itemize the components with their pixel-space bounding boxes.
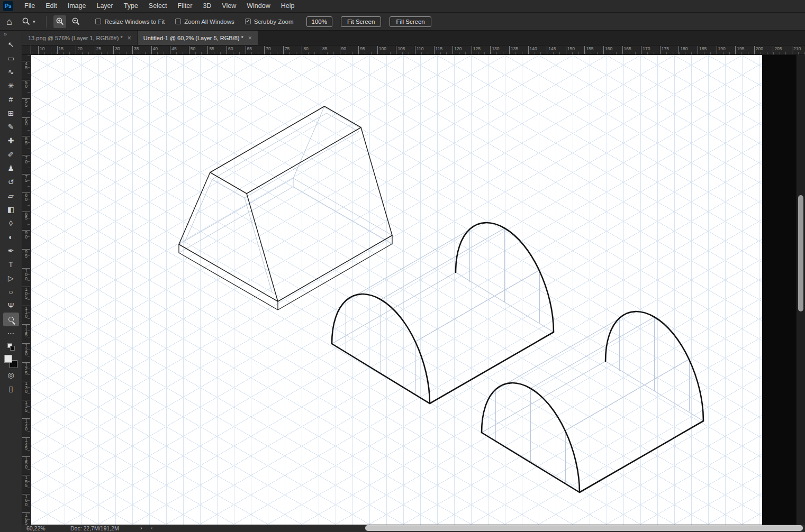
zoom-out-icon [71,17,80,26]
status-zoom-field[interactable]: 60,22% [26,525,46,531]
blur-tool[interactable]: ◊ [3,216,19,230]
menu-filter[interactable]: Filter [173,0,198,13]
horizontal-ruler[interactable]: 1015202530354045505560657075808590951001… [22,45,805,55]
current-tool-dropdown[interactable]: ▾ [19,16,38,27]
document-canvas[interactable] [31,55,762,525]
crop-icon: # [9,96,13,103]
frame-tool[interactable]: ⊞ [3,106,19,120]
fit-screen-button[interactable]: Fit Screen [341,16,381,27]
document-tab-1[interactable]: 13.png @ 576% (Layer 1, RGB/8#) *× [22,31,138,45]
v-ruler-label: 6 0 [22,117,30,126]
status-bar: 60,22% Doc: 22,7M/191,2M › ‹ [22,525,805,532]
h-ruler-label: 110 [415,46,424,54]
toolbar-collapse-chevron[interactable]: » [0,31,7,38]
menu-edit[interactable]: Edit [40,0,62,13]
crop-tool[interactable]: # [3,93,19,106]
menu-view[interactable]: View [216,0,241,13]
move-tool[interactable]: ↖ [3,38,19,51]
v-ruler-label: 9 5 [22,249,30,258]
frame-icon: ⊞ [8,109,14,117]
zoom-in-icon [56,17,65,26]
menu-image[interactable]: Image [62,0,92,13]
ruler-origin-box[interactable] [22,45,31,54]
menu-window[interactable]: Window [241,0,275,13]
gradient-tool[interactable]: ◧ [3,203,19,216]
menu-layer[interactable]: Layer [91,0,118,13]
spot-healing-brush-icon: ✚ [8,137,14,144]
zoom-level-field[interactable]: 100% [306,16,332,27]
spot-healing-brush-tool[interactable]: ✚ [3,134,19,148]
path-selection-tool[interactable]: ▷ [3,271,19,285]
h-ruler-label: 175 [660,46,669,54]
history-brush-tool[interactable]: ↺ [3,175,19,189]
menu-3d[interactable]: 3D [197,0,216,13]
home-icon[interactable]: ⌂ [6,17,12,26]
vertical-ruler[interactable]: 4 55 05 56 06 57 07 58 08 59 09 51 0 01 … [22,55,31,525]
h-ruler-label: 210 [792,46,801,54]
dodge-icon: ◐ [8,233,13,241]
checkbox-label: Resize Windows to Fit [104,19,165,25]
ellipse-tool[interactable]: ○ [3,285,19,299]
h-ruler-label: 35 [132,46,139,54]
eraser-tool[interactable]: ▱ [3,189,19,203]
pen-tool[interactable]: ✒ [3,244,19,258]
menu-file[interactable]: File [19,0,40,13]
horizontal-scrollbar-thumb[interactable] [365,525,803,531]
vertical-scrollbar-thumb[interactable] [798,195,803,311]
vertical-scrollbar[interactable] [796,55,805,525]
h-ruler-label: 80 [302,46,308,54]
v-ruler-label: 1 6 0 [22,494,30,507]
zoom-out-button[interactable] [69,15,82,28]
lasso-tool[interactable]: ∿ [3,65,19,79]
menu-type[interactable]: Type [119,0,143,13]
zoom-tool[interactable] [3,313,19,326]
document-tab-2[interactable]: Untitled-1 @ 60,2% (Layer 5, RGB/8) *× [138,31,258,45]
eyedropper-tool[interactable]: ✎ [3,120,19,134]
quick-mask-icon: ◎ [7,371,14,379]
status-options-chevron[interactable]: › [140,525,142,531]
rectangular-marquee-tool[interactable]: ▭ [3,51,19,65]
quick-mask-button[interactable]: ◎ [3,368,19,382]
h-ruler-label: 15 [57,46,64,54]
zoom-in-button[interactable] [53,15,66,28]
checkbox-zoom-all-windows[interactable]: Zoom All Windows [175,19,234,25]
clone-stamp-tool[interactable]: ♟ [3,161,19,175]
foreground-color-swatch[interactable] [4,355,12,363]
hand-tool[interactable]: Ψ [3,299,19,313]
h-ruler-label: 75 [283,46,290,54]
default-colors-icon[interactable] [7,343,15,351]
scroll-left-chevron[interactable]: ‹ [151,525,153,531]
v-ruler-label: 1 5 5 [22,475,30,488]
v-ruler-label: 1 1 5 [22,324,30,337]
horizontal-ruler-labels: 1015202530354045505560657075808590951001… [31,45,805,54]
menu-help[interactable]: Help [276,0,300,13]
fill-screen-button[interactable]: Fill Screen [390,16,431,27]
h-ruler-label: 100 [377,46,386,54]
wireframe-quonset-hut-center [332,223,554,403]
options-bar: ⌂ ▾ Resize Windows to FitZoom All Window… [0,13,805,31]
h-ruler-label: 40 [151,46,158,54]
move-icon: ↖ [8,41,14,48]
screen-mode-button[interactable]: ▯ [3,382,19,396]
magic-wand-tool[interactable]: ✳ [3,79,19,93]
menu-select[interactable]: Select [143,0,173,13]
canvas-artwork [31,55,762,525]
brush-tool[interactable]: ✐ [3,148,19,161]
type-tool[interactable]: T [3,258,19,271]
dodge-tool[interactable]: ◐ [3,230,19,244]
checkbox-scrubby-zoom[interactable]: ✓Scrubby Zoom [245,19,294,25]
tab-close-icon[interactable]: × [128,35,131,41]
tab-close-icon[interactable]: × [248,35,252,41]
v-ruler-label: 1 3 5 [22,400,30,413]
brush-icon: ✐ [8,151,14,158]
photoshop-logo[interactable]: Ps [3,1,13,11]
v-ruler-label: 1 2 0 [22,343,30,356]
checkbox-checked-icon: ✓ [245,19,251,24]
checkbox-resize-windows-to-fit[interactable]: Resize Windows to Fit [95,19,165,25]
edit-toolbar-button[interactable]: ⋯ [3,326,19,340]
color-swatches [4,355,17,368]
pasteboard [762,55,796,525]
h-ruler-label: 60 [227,46,233,54]
checkbox-label: Zoom All Windows [184,19,234,25]
h-ruler-label: 50 [189,46,195,54]
